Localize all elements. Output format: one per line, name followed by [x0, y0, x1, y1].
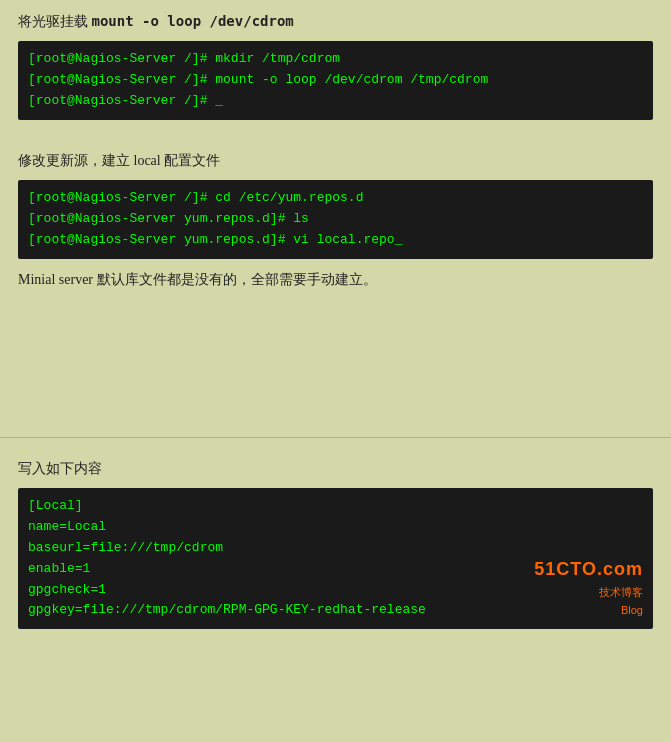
- watermark: 51CTO.com 技术博客 Blog: [534, 555, 643, 619]
- watermark-top: 51CTO.com: [534, 555, 643, 584]
- terminal-yum-line-1: [root@Nagios-Server /]# cd /etc/yum.repo…: [28, 188, 643, 209]
- watermark-mid: 技术博客: [534, 584, 643, 602]
- watermark-bot: Blog: [534, 602, 643, 620]
- spacer: [0, 307, 671, 427]
- terminal-mount: [root@Nagios-Server /]# mkdir /tmp/cdrom…: [18, 41, 653, 119]
- terminal-yum-line-3: [root@Nagios-Server yum.repos.d]# vi loc…: [28, 230, 643, 251]
- section-write: 写入如下内容 [Local] name=Local baseurl=file:/…: [0, 448, 671, 639]
- section-mount: 将光驱挂载 mount -o loop /dev/cdrom [root@Nag…: [0, 0, 671, 140]
- section-mount-title: 将光驱挂载 mount -o loop /dev/cdrom: [18, 10, 653, 33]
- terminal-mount-line-2: [root@Nagios-Server /]# mount -o loop /d…: [28, 70, 643, 91]
- terminal-mount-line-1: [root@Nagios-Server /]# mkdir /tmp/cdrom: [28, 49, 643, 70]
- section-yum-title: 修改更新源，建立 local 配置文件: [18, 150, 653, 172]
- section-write-title: 写入如下内容: [18, 458, 653, 480]
- terminal-yum: [root@Nagios-Server /]# cd /etc/yum.repo…: [18, 180, 653, 258]
- section-mount-command: mount -o loop /dev/cdrom: [92, 13, 294, 29]
- note-text: Minial server 默认库文件都是没有的，全部需要手动建立。: [18, 269, 653, 291]
- terminal-mount-line-3: [root@Nagios-Server /]# _: [28, 91, 643, 112]
- terminal-yum-line-2: [root@Nagios-Server yum.repos.d]# ls: [28, 209, 643, 230]
- terminal-write-line-1: [Local]: [28, 496, 643, 517]
- terminal-write: [Local] name=Local baseurl=file:///tmp/c…: [18, 488, 653, 629]
- divider: [0, 437, 671, 438]
- terminal-write-line-2: name=Local: [28, 517, 643, 538]
- section-mount-prefix: 将光驱挂载: [18, 14, 92, 29]
- section-yum: 修改更新源，建立 local 配置文件 [root@Nagios-Server …: [0, 140, 671, 307]
